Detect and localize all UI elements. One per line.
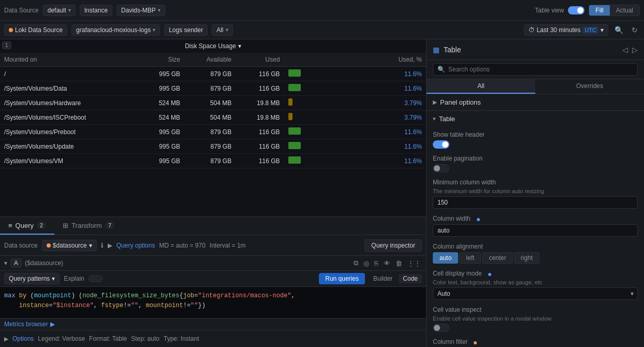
editor-icons: ⧉ ◎ ⎘ 👁 🗑 ⋮⋮ xyxy=(353,258,422,268)
align-left-button[interactable]: left xyxy=(459,252,481,264)
used-pct-cell: 11.6% xyxy=(377,67,426,81)
column-width-label: Column width xyxy=(433,215,471,222)
right-panel: ▦ Table ◁ ▷ 🔍 All Overrides ▶ Panel opti… xyxy=(427,39,644,347)
used-pct-cell: 11.6% xyxy=(377,81,426,96)
col-available[interactable]: Available xyxy=(184,53,236,67)
copy-icon[interactable]: ⎘ xyxy=(373,258,379,268)
actual-button[interactable]: Actual xyxy=(610,5,639,16)
query-options-link[interactable]: Query options xyxy=(116,242,155,249)
fill-button[interactable]: Fill xyxy=(589,5,609,16)
query-tab[interactable]: ≡ Query 2 xyxy=(0,217,54,235)
code-editor[interactable]: max by (mountpoint) (node_filesystem_siz… xyxy=(0,287,426,318)
duplicate-icon[interactable]: ⧉ xyxy=(353,258,359,268)
align-right-button[interactable]: right xyxy=(514,252,539,264)
used-cell: 116 GB xyxy=(236,67,284,81)
loki-status-icon xyxy=(9,28,13,32)
arrow-right-icon[interactable]: ▶ xyxy=(108,242,112,249)
all-dropdown[interactable]: All ▾ xyxy=(212,24,232,36)
cell-value-sublabel: Enable cell value inspection in a modal … xyxy=(433,315,638,322)
table-row: /System/Volumes/Hardware 524 MB 504 MB 1… xyxy=(0,96,426,110)
overrides-tab[interactable]: Overrides xyxy=(535,79,644,94)
used-pct-cell: 3.79% xyxy=(377,96,426,110)
col-size[interactable]: Size xyxy=(139,53,184,67)
panel-nav-right[interactable]: ▷ xyxy=(632,46,638,54)
loki-datasource-button[interactable]: Loki Data Source xyxy=(4,24,67,36)
panel-nav-left[interactable]: ◁ xyxy=(622,46,628,54)
explain-label: Explain xyxy=(64,275,84,282)
collapse-icon[interactable]: ▾ xyxy=(4,259,7,267)
right-panel-header: ▦ Table ◁ ▷ xyxy=(427,39,644,60)
used-cell: 116 GB xyxy=(236,81,284,96)
table-view-toggle[interactable] xyxy=(568,6,584,15)
clock-icon: ⏱ xyxy=(529,26,535,34)
column-filter-label: Column filter xyxy=(433,338,467,345)
legend-info: Legend: Verbose xyxy=(38,335,85,342)
show-table-header-toggle[interactable] xyxy=(433,140,449,149)
type-info: Type: Instant xyxy=(164,335,199,342)
query-inspector-button[interactable]: Query inspector xyxy=(364,239,422,252)
interval-info: Interval = 1m xyxy=(210,242,246,249)
all-tab[interactable]: All xyxy=(427,79,535,94)
zoom-out-button[interactable]: 🔍 xyxy=(612,25,625,35)
hide-icon[interactable]: ◎ xyxy=(362,258,370,268)
metrics-browser-button[interactable]: Metrics browser ▶ xyxy=(4,321,55,328)
col-used-pct[interactable]: Used, % xyxy=(377,53,426,67)
chevron-down-icon[interactable]: ▾ xyxy=(238,42,241,50)
options-label[interactable]: Options xyxy=(12,335,34,342)
used-pct-cell: 11.6% xyxy=(377,139,426,154)
column-alignment-label: Column alignment xyxy=(433,243,638,250)
size-cell: 524 MB xyxy=(139,110,184,125)
table-section-title: Table xyxy=(439,115,455,123)
query-patterns-button[interactable]: Query patterns ▾ xyxy=(4,273,60,284)
search-input[interactable] xyxy=(448,66,633,73)
available-cell: 504 MB xyxy=(184,96,236,110)
utc-badge: UTC xyxy=(582,26,598,34)
table-view-label: Table view xyxy=(535,7,564,14)
time-range-button[interactable]: ⏱ Last 30 minutes UTC ▾ xyxy=(524,24,608,36)
cell-display-sublabel: Color text, background, show as gauge, e… xyxy=(433,279,638,285)
blue-dot-icon xyxy=(477,218,480,221)
query-editor: ▾ A ($datasource) ⧉ ◎ ⎘ 👁 🗑 ⋮⋮ Query pat… xyxy=(0,256,426,347)
eye-icon[interactable]: 👁 xyxy=(383,258,391,268)
transform-tab[interactable]: ⊞ Transform 7 xyxy=(54,217,123,235)
align-center-button[interactable]: center xyxy=(482,252,513,264)
more-icon[interactable]: ⋮⋮ xyxy=(406,258,422,268)
table-section-header[interactable]: ▾ Table xyxy=(427,111,644,127)
code-tab[interactable]: Code xyxy=(399,274,422,283)
transform-count-badge: 7 xyxy=(105,222,114,229)
cell-display-select[interactable]: Auto Color text Color background Gauge xyxy=(433,287,638,300)
cell-value-inspect-toggle[interactable] xyxy=(433,324,449,332)
column-width-input[interactable] xyxy=(433,224,638,237)
datasource-selector[interactable]: $datasource ▾ xyxy=(42,240,97,251)
chevron-down-icon: ▾ xyxy=(89,242,92,249)
used-pct-cell: 11.6% xyxy=(377,154,426,168)
align-auto-button[interactable]: auto xyxy=(433,252,458,264)
datasource-value: $datasource xyxy=(53,242,87,249)
col-progress xyxy=(284,53,377,67)
query-icon: ≡ xyxy=(8,222,12,229)
grafanacloud-logs-dropdown[interactable]: grafanacloud-moxious-logs ▾ xyxy=(71,24,160,36)
column-width-row: Column width xyxy=(433,215,638,237)
options-collapse-icon[interactable]: ▶ xyxy=(4,336,8,342)
available-cell: 879 GB xyxy=(184,139,236,154)
min-column-width-input[interactable] xyxy=(433,196,638,209)
enable-pagination-toggle[interactable] xyxy=(433,164,449,172)
davids-mbp-dropdown[interactable]: Davids-MBP ▾ xyxy=(116,5,165,16)
trash-icon[interactable]: 🗑 xyxy=(394,258,403,268)
info-icon[interactable]: ℹ xyxy=(101,242,104,249)
builder-tab[interactable]: Builder xyxy=(369,274,397,283)
search-box: 🔍 xyxy=(427,60,644,79)
explain-toggle[interactable] xyxy=(89,275,103,282)
logs-sender-dropdown[interactable]: Logs sender xyxy=(164,24,208,36)
mount-cell: / xyxy=(0,67,139,81)
cell-display-label-row: Cell display mode xyxy=(433,270,638,279)
available-cell: 504 MB xyxy=(184,110,236,125)
run-queries-button[interactable]: Run queries xyxy=(319,273,365,284)
table-row: /System/Volumes/Update 995 GB 879 GB 116… xyxy=(0,139,426,154)
default-dropdown[interactable]: default ▾ xyxy=(43,5,76,16)
col-used[interactable]: Used xyxy=(236,53,284,67)
panel-options-header[interactable]: ▶ Panel options xyxy=(427,94,644,110)
col-mounted-on[interactable]: Mounted on xyxy=(0,53,139,67)
transform-icon: ⊞ xyxy=(63,222,68,229)
refresh-button[interactable]: ↻ xyxy=(630,25,640,35)
